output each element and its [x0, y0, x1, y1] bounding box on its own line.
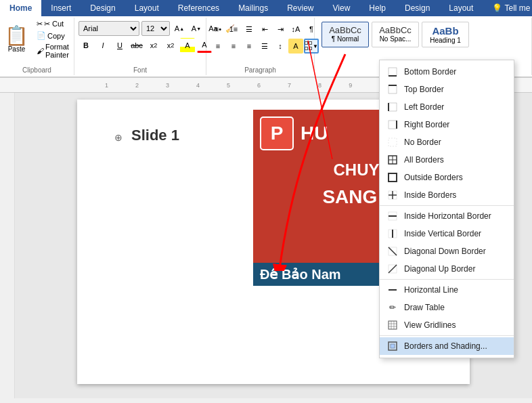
slide-title: Slide 1: [131, 127, 179, 144]
copy-button[interactable]: 📄 Copy: [32, 30, 76, 41]
tab-mailings[interactable]: Mailings: [229, 0, 278, 16]
tab-layout[interactable]: Layout: [125, 0, 169, 16]
tab-insert[interactable]: Insert: [41, 0, 81, 16]
menu-item-draw-table[interactable]: ✏ Draw Table: [380, 299, 514, 316]
paragraph-group: ≡• 1≡ ☰ ⇤ ⇥ ↕A ¶ ≡ ≡ ≡ ☰ ↕ A: [206, 18, 315, 75]
multilevel-list-button[interactable]: ☰: [242, 22, 257, 37]
tab-references[interactable]: References: [169, 0, 229, 16]
clipboard-group: 📋 Paste ✂ ✂ Cut 📄 Copy 🖌 Format Painter: [0, 18, 74, 75]
paragraph-label: Paragraph: [206, 66, 314, 74]
style-h1-preview: AaBb: [428, 25, 463, 37]
menu-item-no-border[interactable]: No Border: [380, 133, 514, 151]
menu-item-view-gridlines[interactable]: View Gridlines: [380, 316, 514, 334]
menu-item-left-border[interactable]: Left Border: [380, 98, 514, 116]
tab-design[interactable]: Design: [81, 0, 125, 16]
font-label: Font: [74, 66, 206, 74]
decrease-font-button[interactable]: A▼: [189, 21, 204, 36]
top-border-label: Top Border: [404, 85, 444, 94]
line-spacing-button[interactable]: ↕: [273, 39, 288, 54]
para-row1: ≡• 1≡ ☰ ⇤ ⇥ ↕A ¶: [210, 22, 319, 37]
tab-tell-me[interactable]: 💡 Tell me w...: [483, 0, 532, 16]
menu-item-bottom-border[interactable]: Bottom Border: [380, 63, 514, 81]
menu-item-all-borders[interactable]: All Borders: [380, 151, 514, 169]
clipboard-top: 📋 Paste ✂ ✂ Cut 📄 Copy 🖌 Format Painter: [4, 19, 76, 60]
menu-item-borders-shading[interactable]: Borders and Shading...: [380, 337, 514, 355]
decrease-indent-button[interactable]: ⇤: [257, 22, 272, 37]
svg-rect-15: [389, 173, 397, 182]
sort-button[interactable]: ↕A: [288, 22, 303, 37]
menu-separator2: [380, 279, 514, 280]
svg-rect-34: [391, 344, 395, 348]
style-no-spacing[interactable]: AaBbCc No Spac...: [372, 22, 419, 47]
menu-item-diagonal-up[interactable]: Diagonal Up Border: [380, 260, 514, 278]
cut-icon: ✂: [37, 20, 43, 28]
align-center-button[interactable]: ≡: [226, 39, 241, 54]
menu-item-inside-borders[interactable]: Inside Borders: [380, 186, 514, 204]
style-no-space-preview: AaBbCc: [378, 25, 413, 35]
powerpoint-logo: P: [260, 116, 294, 150]
font-size-select[interactable]: 12: [141, 21, 170, 36]
cut-button[interactable]: ✂ ✂ Cut: [32, 18, 76, 30]
menu-item-outside-borders[interactable]: Outside Borders: [380, 169, 514, 186]
tab-layout2[interactable]: Layout: [439, 0, 483, 16]
strikethrough-button[interactable]: abc: [129, 38, 144, 53]
ruler-marks: 12345678910: [105, 82, 386, 89]
underline-button[interactable]: U: [112, 38, 127, 53]
diagonal-down-label: Diagonal Down Border: [404, 247, 486, 256]
menu-item-right-border[interactable]: Right Border: [380, 116, 514, 133]
align-left-button[interactable]: ≡: [210, 39, 225, 54]
font-name-select[interactable]: Arial: [79, 21, 139, 36]
subscript-button[interactable]: x2: [146, 38, 161, 53]
format-painter-button[interactable]: 🖌 Format Painter: [32, 41, 76, 60]
tab-design2[interactable]: Design: [395, 0, 439, 16]
move-handle[interactable]: ⊕: [114, 132, 123, 143]
diagonal-up-icon: [386, 263, 399, 275]
horizontal-line-label: Horizontal Line: [404, 285, 458, 295]
style-normal-label: ¶ Normal: [328, 35, 363, 43]
bold-button[interactable]: B: [79, 38, 93, 53]
style-h1-label: Heading 1: [428, 37, 463, 44]
increase-indent-button[interactable]: ⇥: [273, 22, 288, 37]
menu-item-diagonal-down[interactable]: Diagonal Down Border: [380, 242, 514, 260]
borders-dropdown-menu: Bottom Border Top Border Left Border Rig…: [379, 60, 514, 358]
tab-help[interactable]: Help: [359, 0, 395, 16]
inside-borders-label: Inside Borders: [404, 190, 456, 200]
bullets-button[interactable]: ≡•: [210, 22, 225, 37]
svg-rect-3: [389, 68, 397, 76]
text-highlight-button[interactable]: A: [180, 38, 195, 53]
outside-borders-icon: [386, 171, 399, 184]
diagonal-down-icon: [386, 245, 399, 257]
format-painter-label: Format Painter: [45, 43, 74, 59]
italic-button[interactable]: I: [95, 38, 110, 53]
draw-table-icon: ✏: [386, 301, 399, 314]
horizontal-line-icon: [386, 284, 399, 296]
copy-label: Copy: [47, 32, 65, 40]
svg-rect-9: [389, 121, 397, 129]
style-heading1[interactable]: AaBb Heading 1: [422, 22, 469, 47]
align-right-button[interactable]: ≡: [242, 39, 257, 54]
menu-item-inside-horizontal[interactable]: Inside Horizontal Border: [380, 207, 514, 225]
top-border-icon: [386, 83, 399, 96]
tab-view[interactable]: View: [324, 0, 360, 16]
superscript-button[interactable]: x2: [163, 38, 178, 53]
increase-font-button[interactable]: A▲: [172, 21, 187, 36]
vertical-ruler: [0, 93, 15, 398]
menu-item-top-border[interactable]: Top Border: [380, 81, 514, 98]
font-group: Arial 12 A▲ A▼ Aa 🧹 B I U abc x2 x2 A A: [74, 18, 206, 75]
tab-review[interactable]: Review: [278, 0, 323, 16]
justify-button[interactable]: ☰: [257, 39, 272, 54]
paste-button[interactable]: 📋 Paste: [4, 20, 29, 58]
borders-shading-icon: [386, 340, 399, 352]
right-border-label: Right Border: [404, 120, 449, 129]
font-row2: B I U abc x2 x2 A A: [79, 38, 212, 53]
menu-item-horizontal-line[interactable]: Horizontal Line: [380, 281, 514, 299]
paste-label: Paste: [8, 45, 26, 53]
borders-shading-label: Borders and Shading...: [404, 341, 487, 351]
numbering-button[interactable]: 1≡: [226, 22, 241, 37]
style-normal[interactable]: AaBbCc ¶ Normal: [322, 22, 369, 47]
tab-home[interactable]: Home: [0, 0, 41, 16]
shading-button[interactable]: A: [288, 39, 303, 54]
inside-horizontal-icon: [386, 210, 399, 222]
menu-item-inside-vertical[interactable]: Inside Vertical Border: [380, 225, 514, 242]
svg-rect-28: [389, 321, 397, 329]
